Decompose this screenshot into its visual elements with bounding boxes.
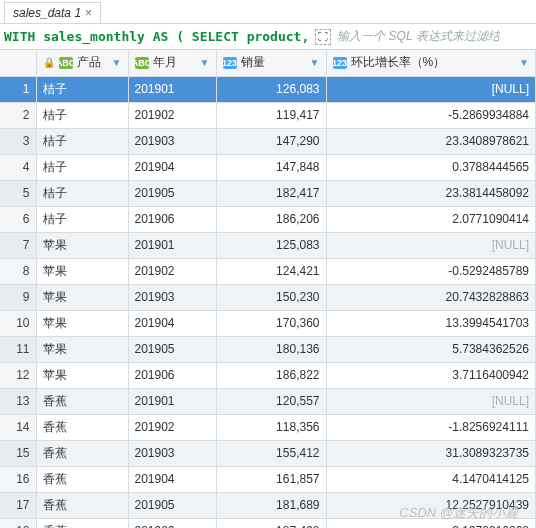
cell-yearmonth[interactable]: 201905 — [128, 492, 216, 518]
tab-sales-data[interactable]: sales_data 1 × — [4, 2, 101, 23]
cell-sales[interactable]: 170,360 — [216, 310, 326, 336]
cell-yearmonth[interactable]: 201901 — [128, 388, 216, 414]
cell-growth[interactable]: 2.0771090414 — [326, 206, 536, 232]
expand-icon[interactable]: ⛶ — [315, 29, 331, 45]
table-row[interactable]: 4桔子201904147,8480.3788444565 — [0, 154, 536, 180]
table-row[interactable]: 3桔子201903147,29023.3408978621 — [0, 128, 536, 154]
cell-growth[interactable]: 3.7116400942 — [326, 362, 536, 388]
table-row[interactable]: 16香蕉201904161,8574.1470414125 — [0, 466, 536, 492]
row-number[interactable]: 8 — [0, 258, 36, 284]
table-row[interactable]: 6桔子201906186,2062.0771090414 — [0, 206, 536, 232]
header-rownum[interactable] — [0, 50, 36, 76]
row-number[interactable]: 4 — [0, 154, 36, 180]
header-growth[interactable]: 123 环比增长率（%） ▼ — [326, 50, 536, 76]
cell-sales[interactable]: 155,412 — [216, 440, 326, 466]
table-row[interactable]: 10苹果201904170,36013.3994541703 — [0, 310, 536, 336]
cell-growth[interactable]: 23.3814458092 — [326, 180, 536, 206]
row-number[interactable]: 13 — [0, 388, 36, 414]
cell-yearmonth[interactable]: 201901 — [128, 76, 216, 102]
sql-expression[interactable]: WITH sales_monthly AS ( SELECT product, — [4, 29, 309, 44]
cell-sales[interactable]: 124,421 — [216, 258, 326, 284]
cell-yearmonth[interactable]: 201902 — [128, 414, 216, 440]
cell-growth[interactable]: 20.7432828863 — [326, 284, 536, 310]
cell-growth-null[interactable]: [NULL] — [326, 388, 536, 414]
row-number[interactable]: 6 — [0, 206, 36, 232]
chevron-down-icon[interactable]: ▼ — [310, 57, 320, 68]
table-row[interactable]: 13香蕉201901120,557[NULL] — [0, 388, 536, 414]
cell-yearmonth[interactable]: 201903 — [128, 440, 216, 466]
cell-yearmonth[interactable]: 201902 — [128, 258, 216, 284]
table-row[interactable]: 14香蕉201902118,356-1.8256924111 — [0, 414, 536, 440]
chevron-down-icon[interactable]: ▼ — [200, 57, 210, 68]
cell-product[interactable]: 桔子 — [36, 76, 128, 102]
cell-product[interactable]: 桔子 — [36, 128, 128, 154]
cell-yearmonth[interactable]: 201901 — [128, 232, 216, 258]
cell-yearmonth[interactable]: 201904 — [128, 310, 216, 336]
cell-product[interactable]: 桔子 — [36, 102, 128, 128]
cell-growth[interactable]: 23.3408978621 — [326, 128, 536, 154]
cell-sales[interactable]: 150,230 — [216, 284, 326, 310]
cell-product[interactable]: 苹果 — [36, 258, 128, 284]
table-row[interactable]: 11苹果201905180,1365.7384362526 — [0, 336, 536, 362]
table-row[interactable]: 15香蕉201903155,41231.3089323735 — [0, 440, 536, 466]
row-number[interactable]: 18 — [0, 518, 36, 528]
table-row[interactable]: 18香蕉201906187,4983.1972216260 — [0, 518, 536, 528]
cell-product[interactable]: 香蕉 — [36, 388, 128, 414]
cell-yearmonth[interactable]: 201904 — [128, 466, 216, 492]
cell-sales[interactable]: 125,083 — [216, 232, 326, 258]
cell-product[interactable]: 桔子 — [36, 154, 128, 180]
cell-sales[interactable]: 126,083 — [216, 76, 326, 102]
table-row[interactable]: 12苹果201906186,8223.7116400942 — [0, 362, 536, 388]
chevron-down-icon[interactable]: ▼ — [519, 57, 529, 68]
cell-yearmonth[interactable]: 201906 — [128, 518, 216, 528]
cell-yearmonth[interactable]: 201906 — [128, 206, 216, 232]
header-yearmonth[interactable]: ABC 年月 ▼ — [128, 50, 216, 76]
cell-growth[interactable]: 31.3089323735 — [326, 440, 536, 466]
cell-product[interactable]: 香蕉 — [36, 414, 128, 440]
cell-growth[interactable]: -0.5292485789 — [326, 258, 536, 284]
table-row[interactable]: 7苹果201901125,083[NULL] — [0, 232, 536, 258]
cell-product[interactable]: 香蕉 — [36, 466, 128, 492]
cell-sales[interactable]: 186,822 — [216, 362, 326, 388]
table-row[interactable]: 8苹果201902124,421-0.5292485789 — [0, 258, 536, 284]
cell-growth[interactable]: 3.1972216260 — [326, 518, 536, 528]
cell-product[interactable]: 苹果 — [36, 336, 128, 362]
cell-sales[interactable]: 181,689 — [216, 492, 326, 518]
row-number[interactable]: 7 — [0, 232, 36, 258]
row-number[interactable]: 12 — [0, 362, 36, 388]
row-number[interactable]: 5 — [0, 180, 36, 206]
row-number[interactable]: 1 — [0, 76, 36, 102]
header-sales[interactable]: 123 销量 ▼ — [216, 50, 326, 76]
cell-sales[interactable]: 118,356 — [216, 414, 326, 440]
cell-product[interactable]: 香蕉 — [36, 440, 128, 466]
cell-sales[interactable]: 186,206 — [216, 206, 326, 232]
row-number[interactable]: 2 — [0, 102, 36, 128]
cell-product[interactable]: 苹果 — [36, 362, 128, 388]
row-number[interactable]: 15 — [0, 440, 36, 466]
cell-sales[interactable]: 147,848 — [216, 154, 326, 180]
cell-yearmonth[interactable]: 201903 — [128, 284, 216, 310]
row-number[interactable]: 11 — [0, 336, 36, 362]
cell-sales[interactable]: 180,136 — [216, 336, 326, 362]
cell-yearmonth[interactable]: 201903 — [128, 128, 216, 154]
cell-sales[interactable]: 120,557 — [216, 388, 326, 414]
cell-sales[interactable]: 187,498 — [216, 518, 326, 528]
row-number[interactable]: 10 — [0, 310, 36, 336]
cell-growth[interactable]: 13.3994541703 — [326, 310, 536, 336]
cell-yearmonth[interactable]: 201902 — [128, 102, 216, 128]
table-row[interactable]: 17香蕉201905181,68912.2527910439 — [0, 492, 536, 518]
cell-growth[interactable]: -5.2869934884 — [326, 102, 536, 128]
row-number[interactable]: 3 — [0, 128, 36, 154]
cell-product[interactable]: 苹果 — [36, 284, 128, 310]
table-row[interactable]: 1桔子201901126,083[NULL] — [0, 76, 536, 102]
cell-sales[interactable]: 161,857 — [216, 466, 326, 492]
cell-sales[interactable]: 147,290 — [216, 128, 326, 154]
table-row[interactable]: 5桔子201905182,41723.3814458092 — [0, 180, 536, 206]
cell-product[interactable]: 苹果 — [36, 310, 128, 336]
cell-sales[interactable]: 182,417 — [216, 180, 326, 206]
cell-yearmonth[interactable]: 201905 — [128, 336, 216, 362]
cell-growth[interactable]: 4.1470414125 — [326, 466, 536, 492]
header-product[interactable]: 🔒 ABC 产品 ▼ — [36, 50, 128, 76]
table-row[interactable]: 2桔子201902119,417-5.2869934884 — [0, 102, 536, 128]
cell-growth-null[interactable]: [NULL] — [326, 76, 536, 102]
